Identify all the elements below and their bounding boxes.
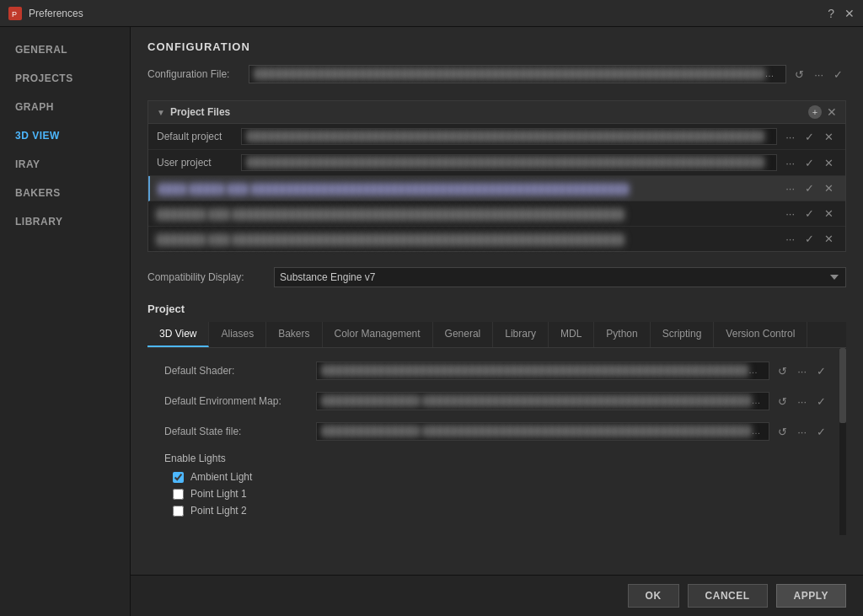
shader-reset-btn[interactable]: ↺ xyxy=(775,363,791,379)
help-button[interactable]: ? xyxy=(828,8,834,19)
pf-row-extra1-actions: ··· ✓ ✕ xyxy=(782,206,837,222)
apply-button[interactable]: APPLY xyxy=(776,584,846,608)
compat-row: Compatibility Display: Substance Engine … xyxy=(147,267,846,287)
scroll-thumb[interactable] xyxy=(839,348,846,423)
ambient-light-label: Ambient Light xyxy=(190,471,252,483)
pf-row4-more-btn[interactable]: ··· xyxy=(782,231,798,247)
state-reset-btn[interactable]: ↺ xyxy=(775,424,791,440)
default-state-file-value: ██████████████ █████████████████████████… xyxy=(316,422,769,441)
pf-row1-confirm-btn[interactable]: ✓ xyxy=(801,155,817,171)
pf-row-extra2: ███████ ███ ████████████████████████████… xyxy=(148,227,845,251)
default-shader-label: Default Shader: xyxy=(164,365,316,377)
content-area: CONFIGURATION Configuration File: ██████… xyxy=(131,27,863,616)
pf-user-project-value: ████████████████████████████████████████… xyxy=(241,154,777,171)
point-light1-checkbox[interactable] xyxy=(173,489,184,500)
app-icon: P xyxy=(8,7,22,20)
pf-row2-more-btn[interactable]: ··· xyxy=(782,180,798,196)
chevron-down-icon: ▼ xyxy=(157,108,165,117)
pf-row4-remove-btn[interactable]: ✕ xyxy=(821,231,837,247)
shader-confirm-btn[interactable]: ✓ xyxy=(813,363,829,379)
main-layout: GENERAL PROJECTS GRAPH 3D VIEW IRAY BAKE… xyxy=(0,27,863,616)
sidebar-item-bakers[interactable]: BAKERS xyxy=(0,179,130,207)
pf-row-user-project: User project ███████████████████████████… xyxy=(148,150,845,176)
sidebar-item-general[interactable]: GENERAL xyxy=(0,35,130,64)
state-confirm-btn[interactable]: ✓ xyxy=(813,424,829,440)
project-section: Project 3D View Aliases Bakers Color Man… xyxy=(131,294,863,535)
tab-mdl[interactable]: MDL xyxy=(549,322,594,347)
default-state-file-row: Default State file: ██████████████ █████… xyxy=(164,422,829,441)
ok-button[interactable]: OK xyxy=(628,584,679,608)
sidebar-item-iray[interactable]: IRAY xyxy=(0,150,130,179)
sidebar-item-library[interactable]: LIBRARY xyxy=(0,207,130,236)
default-shader-value: ████████████████████████████████████████… xyxy=(316,362,769,380)
close-button[interactable]: ✕ xyxy=(844,8,855,19)
config-more-btn[interactable]: ··· xyxy=(811,67,827,83)
pf-row-extra2-value: ███████ ███ ████████████████████████████… xyxy=(157,234,624,244)
tab-aliases[interactable]: Aliases xyxy=(209,322,266,347)
project-files-panel: ▼ Project Files + ✕ Default project ████… xyxy=(147,100,846,252)
pf-add-btn[interactable]: + xyxy=(808,105,822,119)
config-file-label: Configuration File: xyxy=(147,68,249,80)
tab-version-control[interactable]: Version Control xyxy=(714,322,807,347)
pf-close-btn[interactable]: ✕ xyxy=(827,105,837,119)
project-tabs: 3D View Aliases Bakers Color Management … xyxy=(147,322,846,348)
pf-row0-more-btn[interactable]: ··· xyxy=(782,129,798,145)
pf-default-project-value: ████████████████████████████████████████… xyxy=(241,128,777,145)
pf-row1-more-btn[interactable]: ··· xyxy=(782,155,798,171)
envmap-more-btn[interactable]: ··· xyxy=(794,394,810,410)
tab-3dview[interactable]: 3D View xyxy=(147,322,209,347)
pf-row0-remove-btn[interactable]: ✕ xyxy=(821,129,837,145)
pf-row-default-project: Default project ████████████████████████… xyxy=(148,124,845,150)
shader-more-btn[interactable]: ··· xyxy=(794,363,810,379)
point-light2-checkbox[interactable] xyxy=(173,506,184,517)
state-more-btn[interactable]: ··· xyxy=(794,424,810,440)
ambient-light-checkbox[interactable] xyxy=(173,472,184,483)
project-files-header: ▼ Project Files + ✕ xyxy=(148,101,845,124)
sidebar-item-projects[interactable]: PROJECTS xyxy=(0,64,130,93)
pf-row3-confirm-btn[interactable]: ✓ xyxy=(801,206,817,222)
tab-bakers[interactable]: Bakers xyxy=(266,322,322,347)
tab-scripting[interactable]: Scripting xyxy=(651,322,715,347)
tab-library[interactable]: Library xyxy=(493,322,549,347)
pf-default-project-actions: ··· ✓ ✕ xyxy=(782,129,837,145)
pf-default-project-label: Default project xyxy=(157,131,241,142)
default-state-file-actions: ↺ ··· ✓ xyxy=(775,424,829,440)
point-light1-row: Point Light 1 xyxy=(173,488,829,500)
default-state-file-label: Default State file: xyxy=(164,426,316,437)
section-title: CONFIGURATION xyxy=(147,40,846,53)
pf-row-highlighted: ████ █████ ███ █████████████████████████… xyxy=(148,176,845,201)
pf-row1-remove-btn[interactable]: ✕ xyxy=(821,155,837,171)
pf-row2-confirm-btn[interactable]: ✓ xyxy=(801,180,817,196)
pf-row3-more-btn[interactable]: ··· xyxy=(782,206,798,222)
config-reset-btn[interactable]: ↺ xyxy=(791,67,807,83)
tab-python[interactable]: Python xyxy=(594,322,650,347)
pf-row2-remove-btn[interactable]: ✕ xyxy=(821,180,837,196)
tab-content-3dview: Default Shader: ████████████████████████… xyxy=(147,348,846,535)
config-file-row: Configuration File: ████████████████████… xyxy=(147,65,846,83)
sidebar-item-3dview[interactable]: 3D VIEW xyxy=(0,121,130,150)
titlebar: P Preferences ? ✕ xyxy=(0,0,863,27)
sidebar-item-graph[interactable]: GRAPH xyxy=(0,93,130,121)
pf-row0-confirm-btn[interactable]: ✓ xyxy=(801,129,817,145)
pf-row4-confirm-btn[interactable]: ✓ xyxy=(801,231,817,247)
pf-user-project-actions: ··· ✓ ✕ xyxy=(782,155,837,171)
pf-row-extra1-value: ███████ ███ ████████████████████████████… xyxy=(157,209,624,219)
tab-color-management[interactable]: Color Management xyxy=(323,322,433,347)
pf-row-extra1: ███████ ███ ████████████████████████████… xyxy=(148,201,845,227)
pf-user-project-label: User project xyxy=(157,157,241,169)
cancel-button[interactable]: CANCEL xyxy=(688,584,768,608)
envmap-reset-btn[interactable]: ↺ xyxy=(775,394,791,410)
config-confirm-btn[interactable]: ✓ xyxy=(830,67,846,83)
compat-select[interactable]: Substance Engine v7 Substance Engine v8 xyxy=(274,267,846,287)
point-light1-label: Point Light 1 xyxy=(190,488,247,500)
pf-row3-remove-btn[interactable]: ✕ xyxy=(821,206,837,222)
config-file-blurred: ████████████████████████████████████████… xyxy=(255,68,785,78)
project-files-title: Project Files xyxy=(170,106,808,118)
envmap-confirm-btn[interactable]: ✓ xyxy=(813,394,829,410)
sidebar: GENERAL PROJECTS GRAPH 3D VIEW IRAY BAKE… xyxy=(0,27,131,616)
tab-general[interactable]: General xyxy=(433,322,494,347)
default-env-map-row: Default Environment Map: ██████████████ … xyxy=(164,392,829,410)
point-light2-label: Point Light 2 xyxy=(190,505,247,517)
default-shader-actions: ↺ ··· ✓ xyxy=(775,363,829,379)
configuration-section: CONFIGURATION Configuration File: ██████… xyxy=(131,27,863,100)
